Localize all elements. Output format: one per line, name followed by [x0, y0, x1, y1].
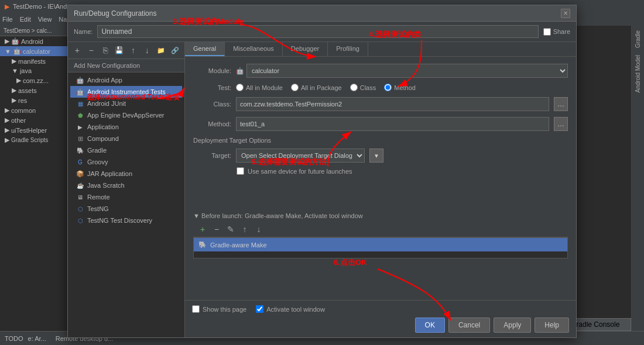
remove-config-button[interactable]: − [85, 44, 97, 56]
test-row: Test: All in Module All in Package Cl [193, 84, 568, 91]
tab-debugger[interactable]: Debugger [283, 42, 328, 56]
config-item-testng-discovery[interactable]: ⬡ TestNG Test Discovery [70, 215, 182, 226]
before-launch-edit[interactable]: ✎ [225, 223, 237, 235]
gradle-make-icon: 🐘 [198, 241, 207, 249]
deployment-section-label: Deployment Target Options [193, 137, 568, 144]
dialog-titlebar: Run/Debug Configurations ✕ [68, 5, 576, 22]
app-engine-icon: ⬟ [76, 111, 84, 119]
ide-sidebar: TestDemo > calc... ▶ 🤖 Android ▼ 🤖 calcu… [0, 26, 70, 331]
statusbar-event: e: Ar... [28, 335, 46, 342]
config-item-gradle[interactable]: 🐘 Gradle [70, 144, 182, 156]
sidebar-item-com[interactable]: ▶ com.zz... [0, 75, 70, 85]
sidebar-item-assets[interactable]: ▶ assets [0, 85, 70, 95]
before-launch-header[interactable]: ▼ Before launch: Gradle-aware Make, Acti… [193, 210, 568, 222]
sidebar-item-manifests[interactable]: ▶ manifests [0, 56, 70, 66]
tab-miscellaneous[interactable]: Miscellaneous [225, 42, 283, 56]
config-name-bar: Name: Share [68, 22, 576, 42]
config-item-app-engine[interactable]: ⬟ App Engine DevAppServer [70, 109, 182, 121]
sidebar-item-other[interactable]: ▶ other [0, 115, 70, 125]
ide-right-sidebar: Gradle Android Model [631, 26, 644, 331]
config-item-application[interactable]: ▶ Application [70, 121, 182, 133]
folder-button[interactable]: 📁 [155, 44, 167, 56]
sidebar-item-uitesthelper[interactable]: ▶ uiTestHelper [0, 125, 70, 135]
copy-config-button[interactable]: ⎘ [100, 44, 111, 56]
target-select[interactable]: Open Select Deployment Target Dialog [236, 149, 365, 163]
dialog-right-panel: General Miscellaneous Debugger Profiling… [185, 42, 576, 337]
method-input[interactable] [236, 117, 549, 131]
activate-window-checkbox[interactable] [256, 305, 263, 313]
method-label: Method: [193, 120, 231, 127]
menu-view[interactable]: View [38, 16, 52, 23]
run-debug-dialog: Run/Debug Configurations ✕ Name: Share +… [67, 5, 577, 338]
before-launch-item-gradle[interactable]: 🐘 Gradle-aware Make [194, 238, 567, 251]
application-icon: ▶ [76, 123, 84, 131]
deployment-section: Deployment Target Options Target: Open S… [193, 137, 568, 175]
before-launch-up[interactable]: ↑ [239, 223, 251, 235]
sidebar-item-gradle[interactable]: ▶ Gradle Scripts [0, 135, 70, 145]
testng-icon: ⬡ [76, 205, 84, 213]
config-item-android-junit[interactable]: ▦ Android JUnit [70, 98, 182, 109]
dialog-title: Run/Debug Configurations [74, 9, 156, 18]
before-launch-remove[interactable]: − [211, 223, 222, 235]
before-launch-add[interactable]: + [197, 223, 208, 235]
statusbar-todo[interactable]: TODO [5, 335, 23, 342]
share-config-button[interactable]: 🔗 [169, 44, 181, 56]
tab-profiling[interactable]: Profiling [328, 42, 368, 56]
groovy-icon: G [76, 158, 84, 166]
radio-method[interactable]: Method [384, 84, 416, 91]
dialog-body: + − ⎘ 💾 ↑ ↓ 📁 🔗 Add New Configuration 🤖 … [68, 42, 576, 337]
move-up-button[interactable]: ↑ [128, 44, 139, 56]
config-item-jar[interactable]: 📦 JAR Application [70, 168, 182, 180]
menu-file[interactable]: File [2, 16, 13, 23]
ok-button[interactable]: OK [415, 318, 445, 333]
config-item-testng[interactable]: ⬡ TestNG [70, 203, 182, 215]
radio-class[interactable]: Class [350, 84, 376, 91]
save-config-button[interactable]: 💾 [114, 44, 125, 56]
compound-icon: ⊞ [76, 134, 84, 143]
move-down-button[interactable]: ↓ [141, 44, 153, 56]
module-row: Module: 🤖 calculator [193, 64, 568, 78]
sidebar-item-res[interactable]: ▶ res [0, 95, 70, 105]
config-item-compound[interactable]: ⊞ Compound [70, 133, 182, 144]
dialog-left-panel: + − ⎘ 💾 ↑ ↓ 📁 🔗 Add New Configuration 🤖 … [68, 42, 185, 337]
share-checkbox[interactable] [543, 28, 551, 36]
module-select[interactable]: calculator [246, 64, 568, 78]
help-button[interactable]: Help [535, 318, 569, 333]
class-row: Class: … [193, 97, 568, 111]
same-device-row: Use same device for future launches [237, 167, 568, 175]
class-browse-button[interactable]: … [554, 97, 568, 111]
dialog-close-button[interactable]: ✕ [561, 9, 570, 18]
config-item-android-app[interactable]: 🤖 Android App [70, 74, 182, 86]
same-device-checkbox[interactable] [237, 167, 244, 175]
config-name-input[interactable] [97, 25, 538, 38]
sidebar-item-java[interactable]: ▼ java [0, 66, 70, 75]
target-more-button[interactable]: ▼ [369, 149, 383, 163]
radio-all-package[interactable]: All in Package [291, 84, 342, 91]
method-browse-button[interactable]: … [554, 117, 568, 131]
before-launch-down[interactable]: ↓ [253, 223, 265, 235]
radio-all-module[interactable]: All in Module [236, 84, 283, 91]
right-tab-android-model[interactable]: Android Model [633, 53, 642, 95]
sidebar-item-android[interactable]: ▶ 🤖 Android [0, 36, 70, 46]
class-input[interactable] [236, 97, 549, 111]
add-new-config-item[interactable]: Add New Configuration [68, 59, 184, 73]
gradle-console-label: Gradle Console [571, 320, 619, 329]
show-page-checkbox[interactable] [192, 305, 200, 313]
right-tab-gradle[interactable]: Gradle [633, 28, 642, 50]
config-item-groovy[interactable]: G Groovy [70, 156, 182, 168]
config-item-remote[interactable]: 🖥 Remote [70, 191, 182, 203]
sidebar-item-common[interactable]: ▶ common [0, 105, 70, 115]
menu-edit[interactable]: Edit [20, 16, 31, 23]
dialog-general-content: Module: 🤖 calculator Test: All in [185, 57, 576, 300]
cancel-button[interactable]: Cancel [448, 318, 490, 333]
sidebar-header: TestDemo > calc... [0, 26, 70, 36]
add-config-button[interactable]: + [71, 44, 83, 56]
sidebar-item-calculator[interactable]: ▼ 🤖 calculator [0, 46, 70, 56]
apply-button[interactable]: Apply [494, 318, 531, 333]
config-item-java-scratch[interactable]: ☕ Java Scratch [70, 180, 182, 191]
tab-general[interactable]: General [185, 42, 225, 56]
instrumented-tests-icon: 🤖 [76, 88, 84, 96]
config-item-instrumented-tests[interactable]: 🤖 Android Instrumented Tests [70, 86, 182, 98]
deployment-target-row: Target: Open Select Deployment Target Di… [193, 149, 568, 163]
target-label: Target: [193, 152, 231, 159]
